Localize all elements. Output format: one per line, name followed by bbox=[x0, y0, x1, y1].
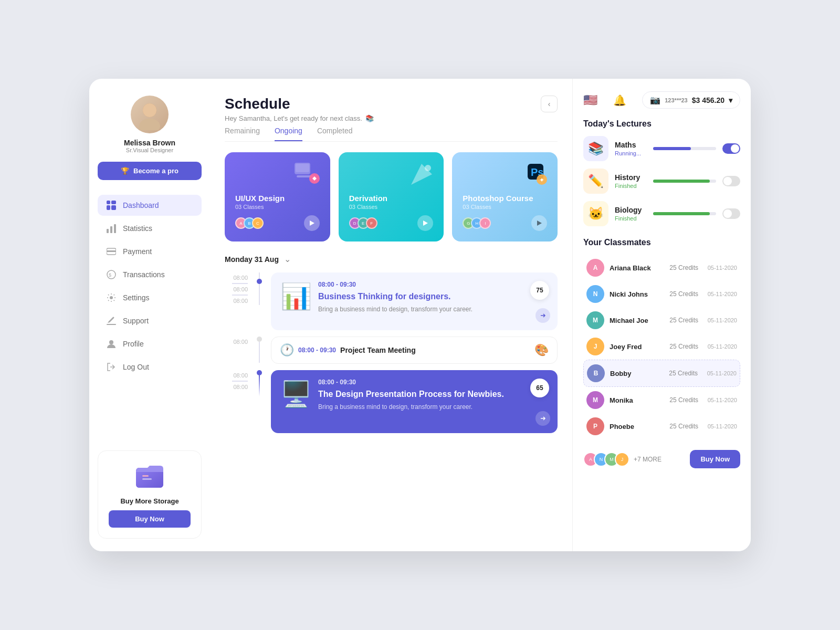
tab-ongoing[interactable]: Ongoing bbox=[275, 127, 302, 141]
schedule-card-business[interactable]: 75 📊 08:00 - 09:30 Business Thinking for… bbox=[271, 272, 558, 330]
course-avatar: I bbox=[479, 217, 491, 229]
bobby-credits: 25 Credits bbox=[665, 370, 702, 377]
logout-icon bbox=[106, 362, 117, 372]
sidebar-item-payment[interactable]: Payment bbox=[98, 241, 202, 262]
uiux-play-button[interactable] bbox=[304, 215, 320, 231]
phoebe-name: Phoebe bbox=[610, 423, 660, 430]
clock-icon: 🕐 bbox=[280, 343, 294, 357]
classmate-monika: M Monika 25 Credits 05-11-2020 bbox=[583, 387, 740, 413]
svg-point-27 bbox=[425, 165, 431, 171]
presentation-emoji: 🖥️ bbox=[280, 382, 312, 407]
sidebar-item-logout[interactable]: Log Out bbox=[98, 356, 202, 377]
joey-date: 05-11-2020 bbox=[708, 343, 737, 350]
maths-progress bbox=[653, 147, 716, 150]
history-status: Finished bbox=[615, 183, 647, 189]
photoshop-name: Photoshop Course bbox=[463, 194, 547, 203]
svg-rect-15 bbox=[107, 324, 116, 325]
svg-rect-8 bbox=[110, 226, 112, 233]
svg-rect-11 bbox=[107, 250, 116, 252]
settings-icon bbox=[106, 292, 117, 303]
history-progress bbox=[653, 180, 716, 183]
svg-text:✦: ✦ bbox=[539, 176, 544, 184]
classmate-bobby: B Bobby 25 Credits 05-11-2020 bbox=[583, 360, 740, 387]
balance-badge[interactable]: 📷 123***23 $3 456.20 ▾ bbox=[642, 91, 740, 109]
lecture-history: ✏️ History Finished bbox=[583, 169, 740, 194]
svg-marker-25 bbox=[310, 220, 314, 226]
ariana-name: Ariana Black bbox=[610, 264, 660, 272]
course-card-derivation[interactable]: Derivation 03 Classes D E F bbox=[339, 152, 444, 242]
collapse-button[interactable]: ‹ bbox=[541, 96, 558, 112]
storage-buy-button[interactable]: Buy Now bbox=[109, 510, 191, 528]
footer-avatars: A N M J bbox=[583, 452, 625, 467]
user-role: Sr.Visual Designer bbox=[126, 147, 173, 153]
page-subtitle: Hey Samantha, Let's get ready for next c… bbox=[225, 114, 374, 122]
photoshop-footer: G H I bbox=[463, 215, 547, 231]
photoshop-play-button[interactable] bbox=[531, 215, 547, 231]
sidebar-item-transactions[interactable]: $ Transactions bbox=[98, 264, 202, 285]
photoshop-classes: 03 Classes bbox=[463, 204, 547, 210]
maths-thumb: 📚 bbox=[583, 136, 608, 161]
uiux-footer: A B C bbox=[235, 215, 320, 231]
sidebar-item-profile[interactable]: Profile bbox=[98, 333, 202, 354]
svg-rect-5 bbox=[107, 205, 110, 210]
schedule-card-title-pres: The Design Presentation Process for Newb… bbox=[318, 389, 504, 400]
photoshop-avatars: G H I bbox=[463, 217, 488, 229]
meeting-title: Project Team Meeting bbox=[340, 346, 534, 354]
statistics-icon bbox=[106, 223, 117, 234]
schedule-score: 75 bbox=[530, 281, 549, 300]
meeting-emoji: 🎨 bbox=[534, 343, 549, 357]
storage-title: Buy More Storage bbox=[109, 497, 191, 505]
joey-avatar: J bbox=[586, 338, 604, 355]
course-card-photoshop[interactable]: Ps ✦ Photoshop Course 03 Classes G H I bbox=[452, 152, 558, 242]
notification-icon[interactable]: 🔔 bbox=[613, 94, 626, 107]
tab-remaining[interactable]: Remaining bbox=[225, 127, 260, 141]
sidebar-item-dashboard[interactable]: Dashboard bbox=[98, 195, 202, 216]
svg-marker-33 bbox=[537, 220, 542, 226]
camera-icon: 📷 bbox=[650, 95, 660, 105]
flag-icon: 🇺🇸 bbox=[583, 93, 597, 107]
presentation-arrow[interactable] bbox=[536, 411, 550, 426]
schedule-card-arrow[interactable] bbox=[536, 308, 550, 323]
schedule-list: 08:00 08:00 08:00 75 📊 08:00 bbox=[225, 272, 558, 433]
history-toggle[interactable] bbox=[722, 176, 740, 186]
sidebar-item-settings[interactable]: Settings bbox=[98, 287, 202, 308]
schedule-header: Monday 31 Aug ⌄ bbox=[225, 254, 558, 264]
maths-toggle[interactable] bbox=[722, 143, 740, 154]
classmate-ariana: A Ariana Black 25 Credits 05-11-2020 bbox=[583, 255, 740, 281]
course-card-uiux[interactable]: UI/UX Design 03 Classes A B C bbox=[225, 152, 330, 242]
maths-name: Maths bbox=[615, 141, 647, 149]
biology-info: Biology Finished bbox=[615, 206, 647, 222]
svg-rect-7 bbox=[107, 229, 109, 233]
derivation-icon bbox=[406, 159, 437, 190]
classmate-nicki: N Nicki Johns 25 Credits 05-11-2020 bbox=[583, 281, 740, 307]
biology-toggle[interactable] bbox=[722, 208, 740, 219]
schedule-arrow-icon[interactable]: ⌄ bbox=[284, 254, 291, 264]
become-pro-button[interactable]: 🏆 Become a pro bbox=[98, 162, 202, 180]
schedule-card-meeting[interactable]: 🕐 08:00 - 09:30 Project Team Meeting 🎨 bbox=[271, 337, 558, 364]
schedule-card-presentation[interactable]: 65 🖥️ 08:00 - 09:30 The Design Presentat… bbox=[271, 370, 558, 433]
uiux-avatars: A B C bbox=[235, 217, 260, 229]
biology-name: Biology bbox=[615, 206, 647, 214]
classmate-joey: J Joey Fred 25 Credits 05-11-2020 bbox=[583, 333, 740, 360]
transactions-icon: $ bbox=[106, 269, 117, 280]
sidebar-item-label: Dashboard bbox=[123, 201, 159, 209]
sidebar-item-label: Settings bbox=[123, 293, 150, 302]
user-name: Melissa Brown bbox=[124, 139, 175, 147]
svg-point-1 bbox=[139, 119, 160, 130]
ariana-avatar: A bbox=[586, 259, 604, 277]
svg-rect-19 bbox=[142, 475, 149, 477]
maths-info: Maths Running... bbox=[615, 141, 647, 156]
derivation-play-button[interactable] bbox=[417, 215, 433, 231]
sidebar-item-support[interactable]: Support bbox=[98, 310, 202, 331]
tab-completed[interactable]: Completed bbox=[317, 127, 353, 141]
schedule-item-meeting: 08:00 🕐 08:00 - 09:30 Project Team Meeti… bbox=[225, 337, 558, 364]
course-cards: UI/UX Design 03 Classes A B C bbox=[225, 152, 558, 242]
sidebar-item-statistics[interactable]: Statistics bbox=[98, 218, 202, 239]
lecture-maths: 📚 Maths Running... bbox=[583, 136, 740, 161]
footer-buy-button[interactable]: Buy Now bbox=[690, 450, 740, 468]
svg-point-16 bbox=[109, 340, 113, 344]
schedule-card-title: Business Thinking for designers. bbox=[318, 291, 472, 302]
business-emoji: 📊 bbox=[280, 284, 312, 309]
history-thumb: ✏️ bbox=[583, 169, 608, 194]
ariana-credits: 25 Credits bbox=[666, 264, 702, 271]
